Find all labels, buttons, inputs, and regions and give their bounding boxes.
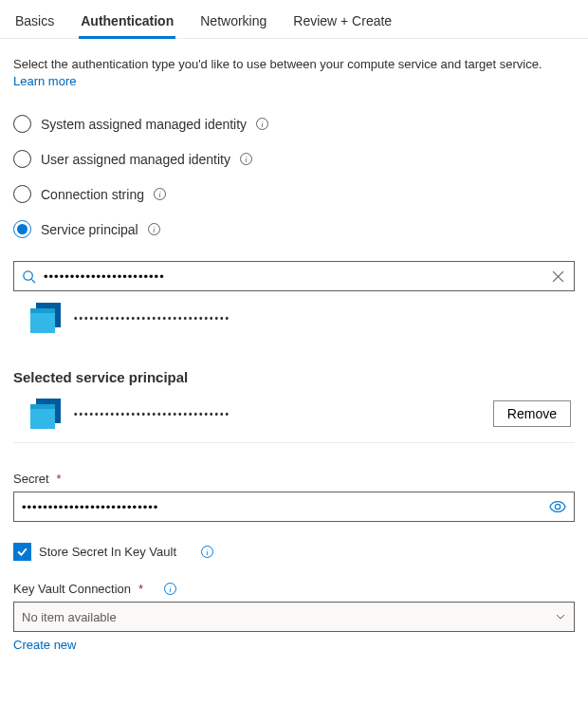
clear-icon[interactable] xyxy=(550,269,566,285)
selected-principal-row: •••••••••••••••••••••••••••••• Remove xyxy=(13,385,575,443)
result-name: •••••••••••••••••••••••••••••• xyxy=(74,313,230,324)
learn-more-link[interactable]: Learn more xyxy=(13,74,76,88)
kv-connection-select[interactable]: No item available xyxy=(13,602,575,632)
tab-basics[interactable]: Basics xyxy=(13,8,56,38)
radio-user-identity[interactable]: User assigned managed identity i xyxy=(13,150,575,168)
auth-type-radio-group: System assigned managed identity i User … xyxy=(13,115,575,238)
radio-label: Connection string xyxy=(41,187,144,202)
radio-icon xyxy=(13,115,31,133)
radio-service-principal[interactable]: Service principal i xyxy=(13,220,575,238)
info-icon[interactable]: i xyxy=(164,583,176,595)
service-principal-icon xyxy=(30,303,61,333)
svg-point-4 xyxy=(555,505,560,510)
secret-label-text: Secret xyxy=(13,472,49,486)
checkbox-icon[interactable] xyxy=(13,543,31,561)
selected-principal-heading: Selected service principal xyxy=(13,369,575,385)
search-input[interactable] xyxy=(44,269,542,284)
info-icon[interactable]: i xyxy=(201,546,213,558)
radio-label: System assigned managed identity xyxy=(41,117,247,132)
search-result-item[interactable]: •••••••••••••••••••••••••••••• xyxy=(13,291,575,344)
secret-input[interactable] xyxy=(22,500,549,514)
kv-connection-label: Key Vault Connection * i xyxy=(13,582,575,596)
tab-authentication[interactable]: Authentication xyxy=(79,8,175,38)
required-asterisk: * xyxy=(138,582,143,596)
reveal-password-icon[interactable] xyxy=(549,500,566,513)
description-text: Select the authentication type you'd lik… xyxy=(13,56,575,90)
tabs-bar: Basics Authentication Networking Review … xyxy=(0,0,588,39)
tab-review-create[interactable]: Review + Create xyxy=(291,8,394,38)
radio-label: User assigned managed identity xyxy=(41,152,230,167)
radio-system-identity[interactable]: System assigned managed identity i xyxy=(13,115,575,133)
tab-networking[interactable]: Networking xyxy=(198,8,268,38)
svg-point-0 xyxy=(24,271,32,280)
svg-line-1 xyxy=(31,279,35,283)
secret-label: Secret * xyxy=(13,472,575,486)
info-icon[interactable]: i xyxy=(148,223,160,235)
description-span: Select the authentication type you'd lik… xyxy=(13,57,542,71)
store-secret-label: Store Secret In Key Vault xyxy=(39,545,176,559)
service-principal-search[interactable] xyxy=(13,261,575,291)
info-icon[interactable]: i xyxy=(256,118,268,130)
create-new-link[interactable]: Create new xyxy=(13,638,76,652)
selected-name: •••••••••••••••••••••••••••••• xyxy=(74,409,230,419)
store-secret-checkbox-row[interactable]: Store Secret In Key Vault i xyxy=(13,543,575,561)
radio-icon xyxy=(13,150,31,168)
info-icon[interactable]: i xyxy=(154,188,166,200)
radio-label: Service principal xyxy=(41,222,138,237)
select-placeholder: No item available xyxy=(22,610,117,624)
kv-connection-label-text: Key Vault Connection xyxy=(13,582,131,596)
search-icon xyxy=(22,269,36,284)
radio-connection-string[interactable]: Connection string i xyxy=(13,185,575,203)
required-asterisk: * xyxy=(57,472,62,486)
secret-input-wrap[interactable] xyxy=(13,492,575,522)
radio-icon xyxy=(13,220,31,238)
chevron-down-icon xyxy=(555,611,566,622)
info-icon[interactable]: i xyxy=(240,153,252,165)
remove-button[interactable]: Remove xyxy=(493,400,571,427)
service-principal-icon xyxy=(30,399,61,429)
radio-icon xyxy=(13,185,31,203)
